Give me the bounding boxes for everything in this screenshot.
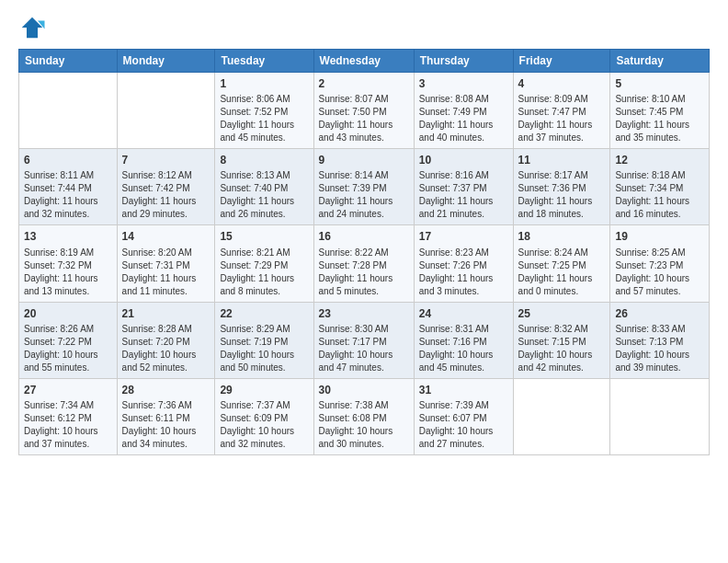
day-info: Sunrise: 8:07 AM Sunset: 7:50 PM Dayligh… bbox=[319, 93, 409, 144]
calendar-cell: 30Sunrise: 7:38 AM Sunset: 6:08 PM Dayli… bbox=[313, 378, 414, 454]
calendar-cell: 1Sunrise: 8:06 AM Sunset: 7:52 PM Daylig… bbox=[215, 73, 313, 149]
calendar-cell: 22Sunrise: 8:29 AM Sunset: 7:19 PM Dayli… bbox=[215, 302, 313, 378]
day-number: 1 bbox=[220, 76, 308, 91]
svg-marker-0 bbox=[22, 17, 43, 39]
day-number: 14 bbox=[122, 229, 210, 244]
day-number: 17 bbox=[419, 229, 508, 244]
day-info: Sunrise: 7:38 AM Sunset: 6:08 PM Dayligh… bbox=[319, 399, 409, 451]
day-number: 19 bbox=[615, 229, 704, 244]
day-number: 27 bbox=[24, 383, 112, 397]
day-info: Sunrise: 8:31 AM Sunset: 7:16 PM Dayligh… bbox=[419, 323, 508, 374]
calendar-cell: 14Sunrise: 8:20 AM Sunset: 7:31 PM Dayli… bbox=[117, 225, 215, 302]
calendar-cell: 20Sunrise: 8:26 AM Sunset: 7:22 PM Dayli… bbox=[19, 302, 118, 378]
calendar-cell bbox=[117, 73, 215, 149]
calendar-cell: 4Sunrise: 8:09 AM Sunset: 7:47 PM Daylig… bbox=[513, 73, 610, 149]
day-info: Sunrise: 8:18 AM Sunset: 7:34 PM Dayligh… bbox=[615, 169, 704, 221]
logo bbox=[18, 14, 50, 41]
day-number: 25 bbox=[518, 306, 606, 321]
calendar-cell: 26Sunrise: 8:33 AM Sunset: 7:13 PM Dayli… bbox=[610, 302, 710, 378]
day-info: Sunrise: 8:14 AM Sunset: 7:39 PM Dayligh… bbox=[319, 169, 409, 221]
day-info: Sunrise: 8:08 AM Sunset: 7:49 PM Dayligh… bbox=[419, 93, 508, 144]
calendar-cell: 8Sunrise: 8:13 AM Sunset: 7:40 PM Daylig… bbox=[215, 149, 313, 225]
day-info: Sunrise: 8:11 AM Sunset: 7:44 PM Dayligh… bbox=[24, 169, 112, 221]
calendar-cell bbox=[513, 378, 610, 454]
weekday-header-wednesday: Wednesday bbox=[313, 50, 414, 73]
calendar-week-3: 13Sunrise: 8:19 AM Sunset: 7:32 PM Dayli… bbox=[19, 225, 710, 302]
day-info: Sunrise: 8:30 AM Sunset: 7:17 PM Dayligh… bbox=[319, 323, 409, 374]
calendar-cell bbox=[19, 73, 118, 149]
day-number: 23 bbox=[319, 306, 409, 321]
day-number: 18 bbox=[518, 229, 606, 244]
day-number: 28 bbox=[122, 383, 210, 397]
day-number: 11 bbox=[518, 153, 606, 167]
day-info: Sunrise: 8:17 AM Sunset: 7:36 PM Dayligh… bbox=[518, 169, 606, 221]
day-info: Sunrise: 7:37 AM Sunset: 6:09 PM Dayligh… bbox=[220, 399, 308, 451]
calendar-cell: 7Sunrise: 8:12 AM Sunset: 7:42 PM Daylig… bbox=[117, 149, 215, 225]
day-number: 21 bbox=[122, 306, 210, 321]
day-number: 8 bbox=[220, 153, 308, 167]
day-info: Sunrise: 8:32 AM Sunset: 7:15 PM Dayligh… bbox=[518, 323, 606, 374]
day-number: 20 bbox=[24, 306, 112, 321]
day-number: 5 bbox=[615, 76, 704, 91]
calendar-cell: 6Sunrise: 8:11 AM Sunset: 7:44 PM Daylig… bbox=[19, 149, 118, 225]
day-info: Sunrise: 7:36 AM Sunset: 6:11 PM Dayligh… bbox=[122, 399, 210, 451]
calendar-cell: 15Sunrise: 8:21 AM Sunset: 7:29 PM Dayli… bbox=[215, 225, 313, 302]
weekday-header-saturday: Saturday bbox=[610, 50, 710, 73]
calendar-week-1: 1Sunrise: 8:06 AM Sunset: 7:52 PM Daylig… bbox=[19, 73, 710, 149]
calendar-table: SundayMondayTuesdayWednesdayThursdayFrid… bbox=[18, 49, 710, 455]
calendar-cell: 13Sunrise: 8:19 AM Sunset: 7:32 PM Dayli… bbox=[19, 225, 118, 302]
calendar-cell: 21Sunrise: 8:28 AM Sunset: 7:20 PM Dayli… bbox=[117, 302, 215, 378]
day-info: Sunrise: 7:39 AM Sunset: 6:07 PM Dayligh… bbox=[419, 399, 508, 451]
day-info: Sunrise: 8:19 AM Sunset: 7:32 PM Dayligh… bbox=[24, 247, 112, 298]
calendar-cell: 28Sunrise: 7:36 AM Sunset: 6:11 PM Dayli… bbox=[117, 378, 215, 454]
calendar-cell: 23Sunrise: 8:30 AM Sunset: 7:17 PM Dayli… bbox=[313, 302, 414, 378]
day-number: 9 bbox=[319, 153, 409, 167]
day-info: Sunrise: 8:22 AM Sunset: 7:28 PM Dayligh… bbox=[319, 247, 409, 298]
weekday-header-tuesday: Tuesday bbox=[215, 50, 313, 73]
day-number: 7 bbox=[122, 153, 210, 167]
calendar-cell: 3Sunrise: 8:08 AM Sunset: 7:49 PM Daylig… bbox=[414, 73, 513, 149]
day-info: Sunrise: 8:33 AM Sunset: 7:13 PM Dayligh… bbox=[615, 323, 704, 374]
day-number: 30 bbox=[319, 383, 409, 397]
day-number: 15 bbox=[220, 229, 308, 244]
calendar-cell: 31Sunrise: 7:39 AM Sunset: 6:07 PM Dayli… bbox=[414, 378, 513, 454]
calendar-cell: 29Sunrise: 7:37 AM Sunset: 6:09 PM Dayli… bbox=[215, 378, 313, 454]
calendar-cell: 24Sunrise: 8:31 AM Sunset: 7:16 PM Dayli… bbox=[414, 302, 513, 378]
calendar-cell: 27Sunrise: 7:34 AM Sunset: 6:12 PM Dayli… bbox=[19, 378, 118, 454]
day-info: Sunrise: 8:20 AM Sunset: 7:31 PM Dayligh… bbox=[122, 247, 210, 298]
weekday-header-thursday: Thursday bbox=[414, 50, 513, 73]
day-info: Sunrise: 8:16 AM Sunset: 7:37 PM Dayligh… bbox=[419, 169, 508, 221]
day-number: 16 bbox=[319, 229, 409, 244]
calendar-cell: 25Sunrise: 8:32 AM Sunset: 7:15 PM Dayli… bbox=[513, 302, 610, 378]
calendar-cell: 17Sunrise: 8:23 AM Sunset: 7:26 PM Dayli… bbox=[414, 225, 513, 302]
logo-icon bbox=[18, 14, 46, 41]
day-info: Sunrise: 8:21 AM Sunset: 7:29 PM Dayligh… bbox=[220, 247, 308, 298]
calendar-header: SundayMondayTuesdayWednesdayThursdayFrid… bbox=[19, 50, 710, 73]
calendar-cell: 12Sunrise: 8:18 AM Sunset: 7:34 PM Dayli… bbox=[610, 149, 710, 225]
calendar-week-4: 20Sunrise: 8:26 AM Sunset: 7:22 PM Dayli… bbox=[19, 302, 710, 378]
day-number: 4 bbox=[518, 76, 606, 91]
header bbox=[18, 14, 710, 41]
day-info: Sunrise: 8:10 AM Sunset: 7:45 PM Dayligh… bbox=[615, 93, 704, 144]
calendar-cell: 10Sunrise: 8:16 AM Sunset: 7:37 PM Dayli… bbox=[414, 149, 513, 225]
calendar-cell: 5Sunrise: 8:10 AM Sunset: 7:45 PM Daylig… bbox=[610, 73, 710, 149]
day-info: Sunrise: 8:26 AM Sunset: 7:22 PM Dayligh… bbox=[24, 323, 112, 374]
weekday-header-monday: Monday bbox=[117, 50, 215, 73]
day-info: Sunrise: 8:06 AM Sunset: 7:52 PM Dayligh… bbox=[220, 93, 308, 144]
day-info: Sunrise: 8:13 AM Sunset: 7:40 PM Dayligh… bbox=[220, 169, 308, 221]
page-container: SundayMondayTuesdayWednesdayThursdayFrid… bbox=[0, 0, 728, 465]
day-number: 10 bbox=[419, 153, 508, 167]
calendar-cell: 16Sunrise: 8:22 AM Sunset: 7:28 PM Dayli… bbox=[313, 225, 414, 302]
day-number: 26 bbox=[615, 306, 704, 321]
day-info: Sunrise: 8:28 AM Sunset: 7:20 PM Dayligh… bbox=[122, 323, 210, 374]
day-info: Sunrise: 8:09 AM Sunset: 7:47 PM Dayligh… bbox=[518, 93, 606, 144]
calendar-cell: 9Sunrise: 8:14 AM Sunset: 7:39 PM Daylig… bbox=[313, 149, 414, 225]
day-info: Sunrise: 8:29 AM Sunset: 7:19 PM Dayligh… bbox=[220, 323, 308, 374]
day-info: Sunrise: 8:24 AM Sunset: 7:25 PM Dayligh… bbox=[518, 247, 606, 298]
day-number: 6 bbox=[24, 153, 112, 167]
day-number: 3 bbox=[419, 76, 508, 91]
day-info: Sunrise: 8:23 AM Sunset: 7:26 PM Dayligh… bbox=[419, 247, 508, 298]
day-info: Sunrise: 7:34 AM Sunset: 6:12 PM Dayligh… bbox=[24, 399, 112, 451]
calendar-week-5: 27Sunrise: 7:34 AM Sunset: 6:12 PM Dayli… bbox=[19, 378, 710, 454]
day-number: 31 bbox=[419, 383, 508, 397]
